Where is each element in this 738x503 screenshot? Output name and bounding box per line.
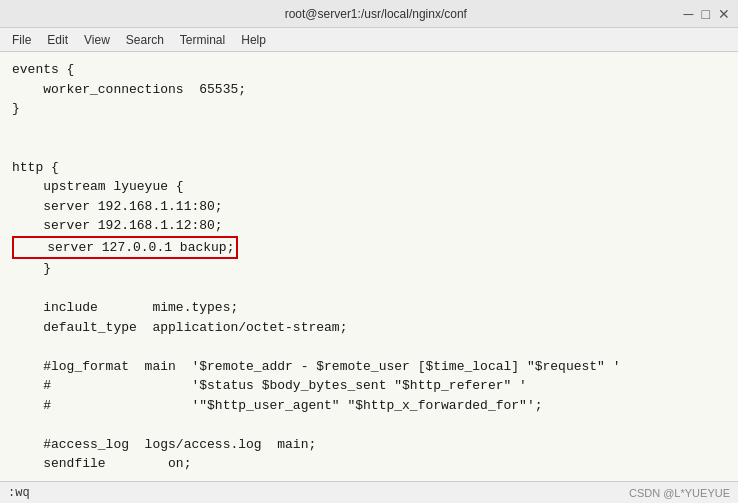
menu-edit[interactable]: Edit — [39, 31, 76, 49]
code-line-13: include mime.types; — [12, 298, 726, 318]
code-line-21: sendfile on; — [12, 454, 726, 474]
code-line-16: #log_format main '$remote_addr - $remote… — [12, 357, 726, 377]
code-line-19 — [12, 415, 726, 435]
close-button[interactable]: ✕ — [718, 7, 730, 21]
watermark: CSDN @L*YUEYUE — [629, 487, 730, 499]
status-bar: :wq CSDN @L*YUEYUE — [0, 481, 738, 503]
code-line-15 — [12, 337, 726, 357]
code-line-14: default_type application/octet-stream; — [12, 318, 726, 338]
title-bar: root@server1:/usr/local/nginx/conf ─ □ ✕ — [0, 0, 738, 28]
highlighted-server-line: server 127.0.0.1 backup; — [12, 236, 238, 260]
code-line-6: http { — [12, 158, 726, 178]
menu-terminal[interactable]: Terminal — [172, 31, 233, 49]
menu-help[interactable]: Help — [233, 31, 274, 49]
window-controls: ─ □ ✕ — [684, 7, 730, 21]
code-line-2: worker_connections 65535; — [12, 80, 726, 100]
code-line-9: server 192.168.1.12:80; — [12, 216, 726, 236]
code-line-highlighted: server 127.0.0.1 backup; — [12, 236, 726, 260]
terminal-window: root@server1:/usr/local/nginx/conf ─ □ ✕… — [0, 0, 738, 503]
minimize-button[interactable]: ─ — [684, 7, 694, 21]
vim-command: :wq — [8, 486, 30, 500]
menu-bar: File Edit View Search Terminal Help — [0, 28, 738, 52]
code-line-18: # '"$http_user_agent" "$http_x_forwarded… — [12, 396, 726, 416]
code-line-17: # '$status $body_bytes_sent "$http_refer… — [12, 376, 726, 396]
code-line-5 — [12, 138, 726, 158]
maximize-button[interactable]: □ — [702, 7, 710, 21]
menu-search[interactable]: Search — [118, 31, 172, 49]
code-line-20: #access_log logs/access.log main; — [12, 435, 726, 455]
terminal-content[interactable]: events { worker_connections 65535; } htt… — [0, 52, 738, 481]
window-title: root@server1:/usr/local/nginx/conf — [68, 7, 684, 21]
code-line-3: } — [12, 99, 726, 119]
code-line-12 — [12, 279, 726, 299]
code-line-4 — [12, 119, 726, 139]
code-line-7: upstream lyueyue { — [12, 177, 726, 197]
menu-view[interactable]: View — [76, 31, 118, 49]
code-line-1: events { — [12, 60, 726, 80]
code-line-11: } — [12, 259, 726, 279]
menu-file[interactable]: File — [4, 31, 39, 49]
code-line-8: server 192.168.1.11:80; — [12, 197, 726, 217]
